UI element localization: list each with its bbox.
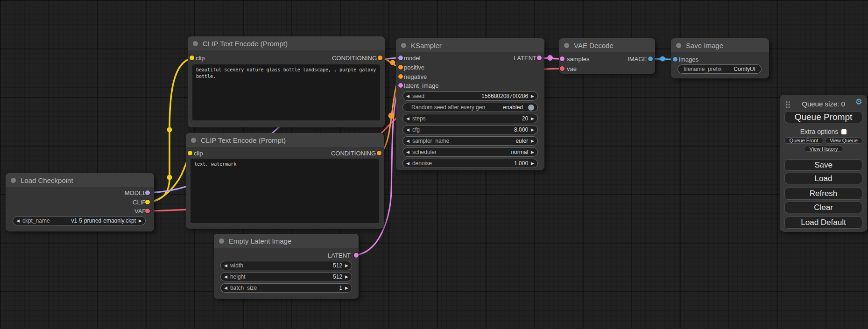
node-title-bar[interactable]: Empty Latent Image xyxy=(214,234,359,248)
load-button[interactable]: Load xyxy=(784,173,862,184)
output-port-latent[interactable] xyxy=(354,253,359,258)
extra-options-checkbox[interactable] xyxy=(841,129,847,134)
output-label-image: IMAGE xyxy=(628,56,647,63)
stepper-right-icon[interactable]: ▶ xyxy=(531,150,534,154)
link-dot xyxy=(547,55,553,61)
output-port-clip[interactable] xyxy=(145,200,150,204)
stepper-left-icon[interactable]: ◀ xyxy=(224,264,227,268)
stepper-left-icon[interactable]: ◀ xyxy=(224,286,227,290)
input-port-clip[interactable] xyxy=(190,56,194,60)
node-title-bar[interactable]: CLIP Text Encode (Prompt) xyxy=(186,133,384,147)
collapse-dot-icon[interactable] xyxy=(11,178,16,183)
node-load-checkpoint[interactable]: Load Checkpoint MODEL CLIP VAE ◀ ckpt_na… xyxy=(6,173,154,231)
output-port-conditioning[interactable] xyxy=(378,56,382,60)
collapse-dot-icon[interactable] xyxy=(219,238,224,244)
queue-prompt-button[interactable]: Queue Prompt xyxy=(784,111,862,123)
batch-size-widget[interactable]: ◀ batch_size 1 ▶ xyxy=(220,283,352,293)
stepper-left-icon[interactable]: ◀ xyxy=(406,161,409,166)
input-port-clip[interactable] xyxy=(188,151,192,155)
filename-prefix-widget[interactable]: filename_prefix ComfyUI xyxy=(677,64,762,74)
node-graph-canvas[interactable]: Load Checkpoint MODEL CLIP VAE ◀ ckpt_na… xyxy=(0,0,868,329)
node-empty-latent-image[interactable]: Empty Latent Image LATENT ◀ width 512 ▶ … xyxy=(214,234,359,299)
input-port-positive[interactable] xyxy=(398,65,403,70)
random-seed-widget[interactable]: Random seed after every gen enabled xyxy=(402,103,538,112)
denoise-widget[interactable]: ◀ denoise 1.000 ▶ xyxy=(402,159,538,168)
node-title-bar[interactable]: KSampler xyxy=(396,38,544,52)
stepper-right-icon[interactable]: ▶ xyxy=(345,286,348,290)
collapse-dot-icon[interactable] xyxy=(191,138,196,143)
input-label-model: model xyxy=(404,55,420,62)
stepper-right-icon[interactable]: ▶ xyxy=(531,128,534,132)
widget-label: steps xyxy=(412,115,426,122)
stepper-right-icon[interactable]: ▶ xyxy=(139,219,142,223)
seed-widget[interactable]: ◀ seed 156680208700286 ▶ xyxy=(402,91,538,101)
widget-label: ckpt_name xyxy=(22,217,50,224)
collapse-dot-icon[interactable] xyxy=(564,43,569,48)
output-label-clip: CLIP xyxy=(133,199,146,206)
stepper-right-icon[interactable]: ▶ xyxy=(531,161,534,166)
node-title-bar[interactable]: Load Checkpoint xyxy=(6,173,154,187)
queue-front-button[interactable]: Queue Front xyxy=(784,137,823,144)
sampler-name-widget[interactable]: ◀ sampler_name euler ▶ xyxy=(402,136,538,146)
node-save-image[interactable]: Save Image images filename_prefix ComfyU… xyxy=(671,38,769,78)
output-port-model[interactable] xyxy=(145,190,150,195)
input-port-negative[interactable] xyxy=(398,74,403,79)
refresh-button[interactable]: Refresh xyxy=(784,188,862,200)
output-port-vae[interactable] xyxy=(145,209,150,213)
steps-widget[interactable]: ◀ steps 20 ▶ xyxy=(402,114,538,123)
input-port-samples[interactable] xyxy=(560,56,565,61)
stepper-right-icon[interactable]: ▶ xyxy=(345,264,348,268)
stepper-right-icon[interactable]: ▶ xyxy=(531,117,534,121)
input-port-latent-image[interactable] xyxy=(398,83,403,88)
output-label-vae: VAE xyxy=(134,208,146,215)
output-port-latent[interactable] xyxy=(537,56,542,60)
node-title-bar[interactable]: CLIP Text Encode (Prompt) xyxy=(188,36,385,50)
output-label-latent: LATENT xyxy=(514,55,536,62)
node-vae-decode[interactable]: VAE Decode samples vae IMAGE xyxy=(559,38,655,74)
width-widget[interactable]: ◀ width 512 ▶ xyxy=(220,261,352,270)
prompt-textarea[interactable]: text, watermark xyxy=(191,159,379,223)
stepper-left-icon[interactable]: ◀ xyxy=(406,94,409,98)
collapse-dot-icon[interactable] xyxy=(676,43,681,48)
stepper-left-icon[interactable]: ◀ xyxy=(406,139,409,143)
queue-panel[interactable]: Queue size: 0 ⚙ Queue Prompt Extra optio… xyxy=(780,95,867,232)
widget-label: sampler_name xyxy=(412,138,449,144)
scheduler-widget[interactable]: ◀ scheduler normal ▶ xyxy=(402,147,538,157)
stepper-left-icon[interactable]: ◀ xyxy=(406,117,409,121)
input-label-negative: negative xyxy=(404,73,427,80)
collapse-dot-icon[interactable] xyxy=(401,43,406,48)
node-title: Empty Latent Image xyxy=(229,237,291,245)
output-label-conditioning: CONDITIONING xyxy=(331,150,376,157)
node-title-bar[interactable]: Save Image xyxy=(671,38,769,52)
prompt-textarea[interactable]: beautiful scenery nature glass bottle la… xyxy=(192,64,380,120)
node-title: Load Checkpoint xyxy=(21,176,73,184)
stepper-right-icon[interactable]: ▶ xyxy=(531,139,534,143)
stepper-left-icon[interactable]: ◀ xyxy=(16,219,20,223)
input-port-model[interactable] xyxy=(398,56,403,60)
stepper-right-icon[interactable]: ▶ xyxy=(345,275,348,279)
stepper-left-icon[interactable]: ◀ xyxy=(224,275,227,279)
cfg-widget[interactable]: ◀ cfg 8.000 ▶ xyxy=(402,125,538,134)
node-clip-text-encode-negative[interactable]: CLIP Text Encode (Prompt) clip CONDITION… xyxy=(186,133,384,229)
save-button[interactable]: Save xyxy=(784,159,862,171)
stepper-left-icon[interactable]: ◀ xyxy=(406,128,409,132)
input-port-vae[interactable] xyxy=(560,66,565,71)
clear-button[interactable]: Clear xyxy=(784,202,862,213)
input-port-images[interactable] xyxy=(673,57,677,62)
collapse-dot-icon[interactable] xyxy=(193,41,198,46)
view-queue-button[interactable]: View Queue xyxy=(825,137,862,144)
node-title-bar[interactable]: VAE Decode xyxy=(559,38,655,52)
ckpt-name-widget[interactable]: ◀ ckpt_name v1-5-pruned-emaonly.ckpt ▶ xyxy=(13,216,146,225)
output-port-conditioning[interactable] xyxy=(377,151,381,155)
node-title: CLIP Text Encode (Prompt) xyxy=(201,136,286,144)
stepper-right-icon[interactable]: ▶ xyxy=(531,94,534,98)
stepper-left-icon[interactable]: ◀ xyxy=(406,150,409,154)
output-port-image[interactable] xyxy=(648,56,653,61)
view-history-button[interactable]: View History xyxy=(804,146,843,152)
node-clip-text-encode-positive[interactable]: CLIP Text Encode (Prompt) clip CONDITION… xyxy=(188,36,385,127)
node-ksampler[interactable]: KSampler model positive negative latent_… xyxy=(396,38,544,170)
toggle-icon[interactable] xyxy=(528,105,534,111)
height-widget[interactable]: ◀ height 512 ▶ xyxy=(220,272,352,281)
load-default-button[interactable]: Load Default xyxy=(784,217,862,229)
gear-icon[interactable]: ⚙ xyxy=(855,98,862,106)
